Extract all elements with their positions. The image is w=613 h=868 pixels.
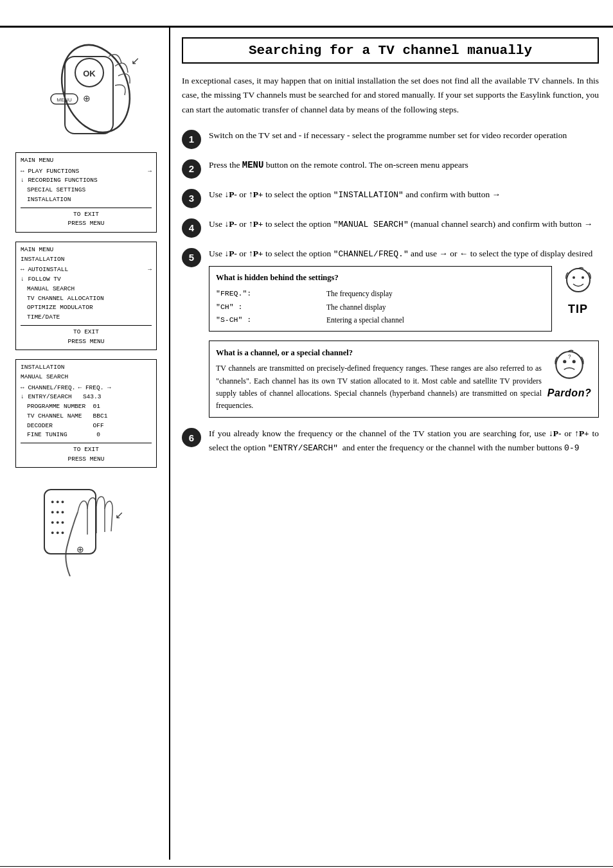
svg-text:● ● ●: ● ● ● — [51, 529, 64, 536]
steps-container: 1 Switch on the TV set and - if necessar… — [182, 128, 599, 456]
menu-box-2: MAIN MENU INSTALLATION ↔ AUTOINSTALL→ ↓ … — [15, 242, 157, 350]
svg-text:↙: ↙ — [115, 509, 123, 520]
step-4: 4 Use ↓P- or ↑P+ to select the option "M… — [182, 217, 599, 238]
step-4-number: 4 — [182, 218, 201, 238]
numpad-illustration: ● ● ● ● ● ● ● ● ● ● ● ● ⊕ ↙ — [25, 477, 147, 576]
pardon-text-block: What is a channel, or a special channel?… — [216, 346, 542, 412]
pardon-title: What is a channel, or a special channel? — [216, 346, 542, 359]
step-5-content: Use ↓P- or ↑P+ to select the option "CHA… — [209, 247, 599, 332]
intro-paragraph: In exceptional cases, it may happen that… — [182, 74, 599, 117]
svg-text:● ● ●: ● ● ● — [51, 509, 64, 515]
pardon-label: Pardon? — [547, 387, 591, 399]
tip-row-2-code: "CH" : — [216, 301, 326, 314]
step-5-number: 5 — [182, 248, 201, 267]
tip-box: What is hidden behind the settings? "FRE… — [209, 266, 552, 332]
menu-box-1-footer-2: PRESS MENU — [21, 219, 152, 229]
step-5-text: Use ↓P- or ↑P+ to select the option "CHA… — [209, 247, 599, 261]
step-6-number: 6 — [182, 428, 201, 447]
step-4-text: Use ↓P- or ↑P+ to select the option "MAN… — [209, 217, 592, 231]
svg-text:↙: ↙ — [131, 55, 139, 66]
right-column: Searching for a TV channel manually In e… — [170, 28, 613, 860]
pardon-face-icon: ? — [549, 346, 589, 386]
menu-box-3: INSTALLATION MANUAL SEARCH ↔ CHANNEL/FRE… — [15, 359, 157, 468]
step-6: 6 If you already know the frequency or t… — [182, 427, 599, 456]
step-1: 1 Switch on the TV set and - if necessar… — [182, 128, 599, 149]
svg-point-16 — [573, 276, 575, 279]
step-5: 5 Use ↓P- or ↑P+ to select the option "C… — [182, 247, 599, 332]
tip-label: TIP — [568, 303, 588, 316]
pardon-section: What is a channel, or a special channel?… — [209, 341, 599, 418]
svg-text:OK: OK — [83, 69, 96, 78]
menu-box-1: MAIN MENU ↔ PLAY FUNCTIONS→ ↓ RECORDING … — [15, 152, 157, 233]
menu-box-2-subtitle: INSTALLATION — [21, 255, 152, 265]
pardon-face-column: ? Pardon? — [547, 346, 592, 399]
svg-text:● ● ●: ● ● ● — [51, 519, 64, 526]
tip-face-icon — [559, 266, 598, 301]
tip-row-3-code: "S-CH" : — [216, 314, 326, 326]
menu-box-1-footer-1: TO EXIT — [21, 210, 152, 220]
menu-box-3-items: ↔ CHANNEL/FREQ.← FREQ. → ↓ ENTRY/SEARCH … — [21, 384, 152, 440]
svg-point-15 — [567, 269, 590, 292]
step-3-number: 3 — [182, 189, 201, 208]
svg-text:?: ? — [568, 354, 571, 360]
step-3: 3 Use ↓P- or ↑P+ to select the option "I… — [182, 188, 599, 208]
tip-box-title: What is hidden behind the settings? — [216, 271, 545, 284]
step-1-number: 1 — [182, 130, 201, 149]
step-2-text: Press the MENU button on the remote cont… — [209, 158, 468, 173]
tip-section: What is hidden behind the settings? "FRE… — [209, 266, 599, 332]
svg-point-17 — [582, 276, 584, 279]
svg-text:⊕: ⊕ — [76, 544, 84, 554]
menu-box-2-title: MAIN MENU — [21, 245, 152, 255]
tip-row-3-desc: Entering a special channel — [326, 314, 545, 326]
pardon-body: TV channels are transmitted on precisely… — [216, 362, 542, 412]
step-6-text: If you already know the frequency or the… — [209, 427, 599, 456]
menu-box-1-title: MAIN MENU — [21, 156, 152, 166]
svg-point-19 — [563, 360, 566, 364]
svg-text:⊕: ⊕ — [83, 93, 91, 103]
tip-face-column: TIP — [557, 266, 599, 316]
menu-box-1-items: ↔ PLAY FUNCTIONS→ ↓ RECORDING FUNCTIONS … — [21, 167, 152, 205]
tip-row-1-code: "FREQ.": — [216, 287, 326, 300]
tip-row-2-desc: The channel display — [326, 301, 545, 314]
svg-point-20 — [573, 360, 576, 364]
step-1-text: Switch on the TV set and - if necessary … — [209, 128, 567, 143]
step-2: 2 Press the MENU button on the remote co… — [182, 158, 599, 179]
step-2-number: 2 — [182, 159, 201, 179]
tip-row-1-desc: The frequency display — [326, 287, 545, 300]
remote-control-illustration: OK MENU ⊕ ↙ — [19, 37, 154, 143]
menu-box-2-items: ↔ AUTOINSTALL→ ↓ FOLLOW TV MANUAL SEARCH… — [21, 265, 152, 322]
svg-point-0 — [50, 37, 141, 142]
step-3-text: Use ↓P- or ↑P+ to select the option "INS… — [209, 188, 501, 202]
page-title: Searching for a TV channel manually — [182, 37, 599, 64]
svg-text:● ● ●: ● ● ● — [51, 499, 64, 505]
left-column: OK MENU ⊕ ↙ — [0, 28, 170, 860]
